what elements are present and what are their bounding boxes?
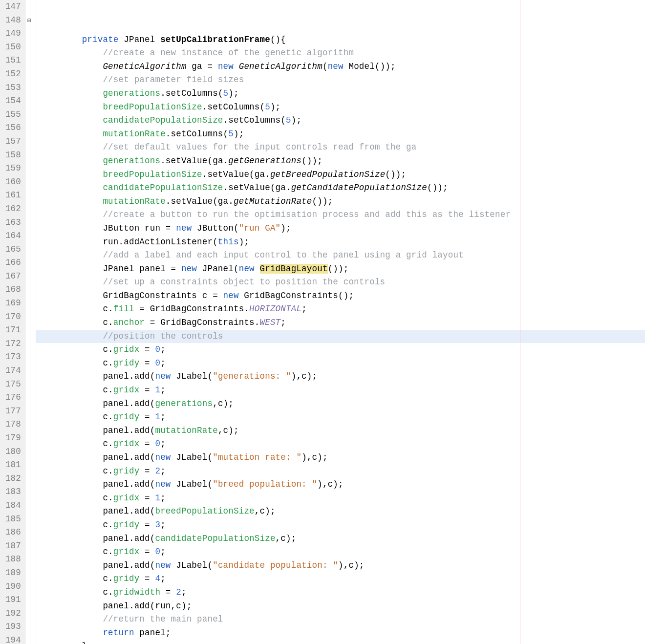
line-number[interactable]: 159 bbox=[2, 162, 22, 175]
line-number[interactable]: 154 bbox=[2, 94, 22, 108]
line-number[interactable]: 184 bbox=[2, 499, 22, 513]
code-line[interactable]: GeneticAlgorithm ga = new GeneticAlgorit… bbox=[36, 60, 645, 74]
code-line[interactable]: //position the controls bbox=[36, 330, 645, 343]
code-line[interactable]: panel.add(mutationRate,c); bbox=[36, 424, 645, 438]
line-number[interactable]: 147 bbox=[2, 0, 22, 14]
fold-collapse-icon[interactable]: ⊟ bbox=[27, 17, 31, 24]
code-line[interactable]: c.gridx = 0; bbox=[36, 343, 645, 357]
line-number[interactable]: 193 bbox=[2, 620, 22, 634]
line-number-gutter[interactable]: 1471481491501511521531541551561571581591… bbox=[0, 0, 25, 644]
line-number[interactable]: 148 bbox=[2, 14, 22, 27]
line-number[interactable]: 165 bbox=[2, 243, 22, 257]
code-line[interactable]: c.gridy = 2; bbox=[36, 465, 645, 478]
line-number[interactable]: 181 bbox=[2, 458, 22, 472]
code-line[interactable]: breedPopulationSize.setColumns(5); bbox=[36, 101, 645, 114]
code-line[interactable]: panel.add(new JLabel("generations: "),c)… bbox=[36, 370, 645, 384]
code-line[interactable]: c.gridx = 0; bbox=[36, 437, 645, 451]
line-number[interactable]: 179 bbox=[2, 431, 22, 445]
line-number[interactable]: 171 bbox=[2, 323, 22, 337]
code-line[interactable]: c.gridy = 0; bbox=[36, 357, 645, 370]
line-number[interactable]: 164 bbox=[2, 229, 22, 243]
code-line[interactable]: return panel; bbox=[36, 626, 645, 640]
line-number[interactable]: 172 bbox=[2, 337, 22, 351]
code-line[interactable]: panel.add(new JLabel("candidate populati… bbox=[36, 559, 645, 573]
line-number[interactable]: 150 bbox=[2, 41, 22, 54]
code-line[interactable]: //create a button to run the optimisatio… bbox=[36, 208, 645, 222]
line-number[interactable]: 167 bbox=[2, 270, 22, 283]
fold-gutter[interactable]: ⊟ bbox=[25, 0, 36, 644]
line-number[interactable]: 178 bbox=[2, 418, 22, 431]
code-line[interactable]: generations.setValue(ga.getGenerations()… bbox=[36, 154, 645, 168]
line-number[interactable]: 166 bbox=[2, 256, 22, 270]
code-line[interactable]: c.anchor = GridBagConstraints.WEST; bbox=[36, 316, 645, 330]
code-line[interactable]: private JPanel setUpCalibrationFrame(){ bbox=[36, 33, 645, 47]
line-number[interactable]: 162 bbox=[2, 202, 22, 216]
line-number[interactable]: 180 bbox=[2, 445, 22, 459]
code-line[interactable]: c.gridy = 3; bbox=[36, 518, 645, 532]
line-number[interactable]: 161 bbox=[2, 189, 22, 202]
line-number[interactable]: 194 bbox=[2, 634, 22, 644]
line-number[interactable]: 152 bbox=[2, 67, 22, 81]
code-line[interactable] bbox=[36, 20, 645, 33]
line-number[interactable]: 176 bbox=[2, 391, 22, 405]
line-number[interactable]: 174 bbox=[2, 364, 22, 378]
code-line[interactable]: candidatePopulationSize.setValue(ga.getC… bbox=[36, 181, 645, 195]
code-line[interactable]: //add a label and each input control to … bbox=[36, 249, 645, 262]
code-line[interactable]: //create a new instance of the genetic a… bbox=[36, 46, 645, 60]
code-line[interactable]: panel.add(new JLabel("breed population: … bbox=[36, 478, 645, 492]
line-number[interactable]: 151 bbox=[2, 54, 22, 67]
line-number[interactable]: 186 bbox=[2, 526, 22, 539]
code-line[interactable]: run.addActionListener(this); bbox=[36, 236, 645, 249]
code-token: ( bbox=[322, 62, 328, 71]
line-number[interactable]: 163 bbox=[2, 216, 22, 230]
code-line[interactable]: JButton run = new JButton("run GA"); bbox=[36, 222, 645, 236]
line-number[interactable]: 158 bbox=[2, 149, 22, 162]
line-number[interactable]: 169 bbox=[2, 297, 22, 310]
code-line[interactable]: c.fill = GridBagConstraints.HORIZONTAL; bbox=[36, 302, 645, 316]
code-line[interactable]: c.gridwidth = 2; bbox=[36, 586, 645, 600]
code-line[interactable]: GridBagConstraints c = new GridBagConstr… bbox=[36, 289, 645, 303]
code-line[interactable]: panel.add(run,c); bbox=[36, 600, 645, 613]
line-number[interactable]: 188 bbox=[2, 553, 22, 566]
line-number[interactable]: 153 bbox=[2, 81, 22, 95]
code-line[interactable]: c.gridy = 1; bbox=[36, 410, 645, 424]
line-number[interactable]: 160 bbox=[2, 175, 22, 189]
code-line[interactable]: panel.add(breedPopulationSize,c); bbox=[36, 505, 645, 518]
line-number[interactable]: 183 bbox=[2, 485, 22, 499]
code-line[interactable]: //set default values for the input contr… bbox=[36, 141, 645, 154]
line-number[interactable]: 189 bbox=[2, 566, 22, 580]
code-line[interactable]: breedPopulationSize.setValue(ga.getBreed… bbox=[36, 168, 645, 182]
code-line[interactable]: c.gridx = 1; bbox=[36, 492, 645, 505]
code-line[interactable]: mutationRate.setColumns(5); bbox=[36, 128, 645, 141]
line-number[interactable]: 190 bbox=[2, 580, 22, 594]
line-number[interactable]: 177 bbox=[2, 405, 22, 418]
line-number[interactable]: 187 bbox=[2, 539, 22, 553]
code-line[interactable]: } bbox=[36, 640, 645, 644]
code-editor-area[interactable]: private JPanel setUpCalibrationFrame(){ … bbox=[36, 0, 645, 644]
code-line[interactable]: generations.setColumns(5); bbox=[36, 87, 645, 101]
line-number[interactable]: 155 bbox=[2, 108, 22, 122]
line-number[interactable]: 149 bbox=[2, 27, 22, 41]
line-number[interactable]: 173 bbox=[2, 350, 22, 364]
line-number[interactable]: 191 bbox=[2, 593, 22, 607]
line-number[interactable]: 157 bbox=[2, 135, 22, 149]
code-line[interactable]: c.gridx = 1; bbox=[36, 384, 645, 397]
code-line[interactable]: JPanel panel = new JPanel(new GridBagLay… bbox=[36, 262, 645, 276]
line-number[interactable]: 156 bbox=[2, 121, 22, 135]
code-line[interactable]: //return the main panel bbox=[36, 613, 645, 626]
code-line[interactable]: //set up a constraints object to positio… bbox=[36, 276, 645, 289]
line-number[interactable]: 182 bbox=[2, 472, 22, 486]
code-line[interactable]: panel.add(candidatePopulationSize,c); bbox=[36, 532, 645, 546]
code-line[interactable]: mutationRate.setValue(ga.getMutationRate… bbox=[36, 195, 645, 209]
line-number[interactable]: 192 bbox=[2, 607, 22, 621]
code-line[interactable]: candidatePopulationSize.setColumns(5); bbox=[36, 114, 645, 128]
line-number[interactable]: 170 bbox=[2, 310, 22, 324]
code-line[interactable]: c.gridx = 0; bbox=[36, 545, 645, 559]
line-number[interactable]: 175 bbox=[2, 378, 22, 391]
line-number[interactable]: 168 bbox=[2, 283, 22, 297]
code-line[interactable]: panel.add(new JLabel("mutation rate: "),… bbox=[36, 451, 645, 465]
code-line[interactable]: //set parameter field sizes bbox=[36, 73, 645, 87]
code-line[interactable]: c.gridy = 4; bbox=[36, 572, 645, 586]
line-number[interactable]: 185 bbox=[2, 513, 22, 526]
code-line[interactable]: panel.add(generations,c); bbox=[36, 397, 645, 411]
